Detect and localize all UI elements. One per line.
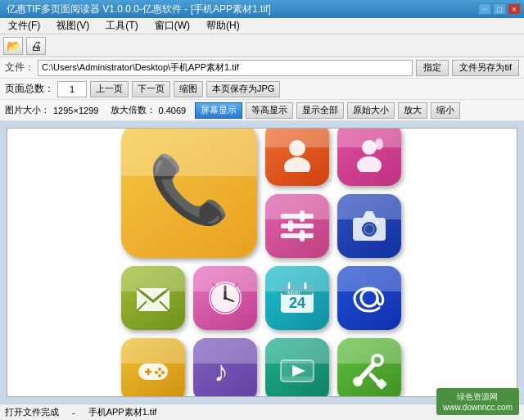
svg-text:♪: ♪ [214,355,228,388]
svg-rect-10 [300,230,305,242]
svg-rect-45 [281,377,314,382]
filepath-label: 文件： [5,61,34,75]
watermark-line1: 绿色资源网 [443,391,513,403]
camera-icon [337,194,401,258]
show-all-button[interactable]: 显示全部 [296,102,344,119]
size-value: 1295×1299 [53,106,98,115]
svg-rect-6 [281,224,314,228]
image-viewer: 📞 [7,128,517,397]
status-separator: - [72,408,75,418]
svg-point-24 [224,296,227,300]
title-text: 亿惠TIF多页面阅读器 V1.0.0.0-亿惠软件 - [手机APP素材1.ti… [3,2,271,16]
prev-page-button[interactable]: 上一页 [90,81,129,97]
zoom-label: 放大倍数： [111,104,156,116]
svg-point-4 [375,138,383,150]
svg-point-16 [376,221,379,224]
svg-point-40 [158,374,161,377]
svg-point-49 [371,354,384,367]
svg-rect-5 [281,214,314,219]
menu-file[interactable]: 文件(F) [3,17,45,34]
svg-point-1 [284,157,310,172]
menu-tools[interactable]: 工具(T) [101,17,142,34]
maximize-button[interactable]: □ [493,3,506,15]
equal-height-button[interactable]: 等高显示 [246,102,293,119]
main-content: 📞 [0,121,524,404]
menu-window[interactable]: 窗口(W) [150,17,195,34]
clock-icon [193,266,257,330]
svg-point-50 [374,357,381,364]
svg-point-3 [357,156,382,172]
zoom-value: 0.4069 [159,106,187,115]
page-total-label: 页面总数： [5,82,54,96]
svg-point-15 [365,225,373,233]
thumb-button[interactable]: 缩图 [174,81,203,97]
info-row: 图片大小： 1295×1299 放大倍数： 0.4069 屏幕显示 等高显示 显… [0,100,524,121]
title-bar: 亿惠TIF多页面阅读器 V1.0.0.0-亿惠软件 - [手机APP素材1.ti… [0,0,524,18]
svg-marker-12 [363,211,376,218]
watermark-line2: www.downncc.com [443,403,513,412]
svg-point-38 [161,371,165,374]
calendar-icon: Mon 24 [265,266,329,330]
music-icon: ♪ [193,338,257,398]
full-screen-button[interactable]: 屏幕显示 [195,102,242,119]
at-icon [337,266,401,330]
save-jpg-button[interactable]: 本页保存为JPG [206,81,280,97]
svg-rect-7 [281,233,314,238]
menu-view[interactable]: 视图(V) [52,17,94,34]
toolbar-print[interactable]: 🖨 [26,37,46,55]
nav-row: 页面总数： 上一页 下一页 缩图 本页保存为JPG [0,79,524,100]
svg-point-2 [362,140,377,155]
svg-text:24: 24 [289,295,305,311]
game-icon [121,338,185,398]
svg-point-37 [158,368,161,371]
page-total-input[interactable] [57,81,87,97]
watermark: 绿色资源网 www.downncc.com [436,388,519,415]
phone-icon: 📞 [121,128,257,258]
svg-rect-8 [300,210,305,222]
filepath-row: 文件： 指定 文件另存为tif [0,57,524,79]
zoom-in-button[interactable]: 放大 [398,102,427,119]
next-page-button[interactable]: 下一页 [132,81,170,97]
svg-line-25 [212,283,215,287]
title-controls: － □ × [478,3,521,15]
tools-icon [337,338,401,398]
minimize-button[interactable]: － [478,3,491,15]
status-text2: 手机APP素材1.tif [88,406,157,418]
status-text1: 打开文件完成 [5,406,59,418]
person1-icon [265,128,329,186]
svg-line-26 [235,283,238,287]
settings-icon [265,194,329,258]
close-button[interactable]: × [508,3,521,15]
svg-point-39 [155,371,158,374]
toolbar: 📂 🖨 [0,34,524,57]
svg-point-0 [289,140,305,156]
filepath-input[interactable] [38,60,413,76]
video-icon [265,338,329,398]
saveas-button[interactable]: 文件另存为tif [452,60,519,76]
person2-icon [337,128,401,186]
menu-help[interactable]: 帮助(H) [201,17,245,34]
menu-bar: 文件(F) 视图(V) 工具(T) 窗口(W) 帮助(H) [0,18,524,34]
zoom-out-button[interactable]: 缩小 [431,102,460,119]
orig-size-button[interactable]: 原始大小 [347,102,395,119]
svg-rect-9 [288,220,293,232]
toolbar-open[interactable]: 📂 [3,37,23,55]
svg-point-48 [353,377,363,386]
size-label: 图片大小： [5,104,50,116]
icons-grid: 📞 [108,128,416,397]
locate-button[interactable]: 指定 [416,60,449,76]
mail-icon [121,266,185,330]
svg-point-33 [361,290,377,306]
